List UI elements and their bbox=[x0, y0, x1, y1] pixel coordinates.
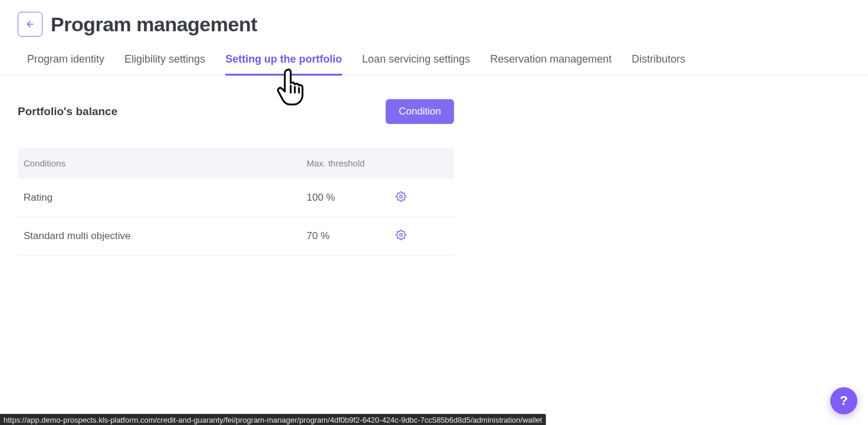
cell-threshold: 100 % bbox=[307, 192, 395, 204]
gear-icon[interactable] bbox=[395, 229, 407, 241]
cell-condition: Rating bbox=[24, 192, 307, 204]
svg-point-1 bbox=[400, 195, 403, 198]
help-button[interactable]: ? bbox=[830, 387, 857, 414]
table-row: Rating 100 % bbox=[18, 179, 454, 217]
table-row: Standard multi objective 70 % bbox=[18, 217, 454, 256]
tab-program-identity[interactable]: Program identity bbox=[27, 53, 104, 76]
table-header: Conditions Max. threshold bbox=[18, 148, 454, 179]
cell-condition: Standard multi objective bbox=[24, 230, 307, 242]
tab-bar: Program identity Eligibility settings Se… bbox=[0, 42, 868, 76]
status-bar-url: https://app.demo-prospects.kls-platform.… bbox=[0, 414, 546, 425]
conditions-table: Conditions Max. threshold Rating 100 % S… bbox=[18, 148, 454, 256]
back-button[interactable] bbox=[18, 12, 42, 37]
question-mark-icon: ? bbox=[840, 393, 847, 408]
condition-button[interactable]: Condition bbox=[386, 99, 454, 124]
arrow-left-icon bbox=[25, 19, 35, 29]
column-threshold: Max. threshold bbox=[307, 158, 395, 168]
column-conditions: Conditions bbox=[24, 158, 307, 168]
tab-loan-servicing-settings[interactable]: Loan servicing settings bbox=[362, 53, 470, 76]
tab-setting-up-portfolio[interactable]: Setting up the portfolio bbox=[225, 53, 342, 76]
section-title: Portfolio's balance bbox=[18, 105, 117, 118]
tab-eligibility-settings[interactable]: Eligibility settings bbox=[124, 53, 205, 76]
cell-threshold: 70 % bbox=[307, 230, 395, 242]
page-title: Program management bbox=[51, 13, 257, 36]
gear-icon[interactable] bbox=[395, 191, 407, 202]
tab-reservation-management[interactable]: Reservation management bbox=[490, 53, 611, 76]
tab-distributors[interactable]: Distributors bbox=[632, 53, 685, 76]
svg-point-2 bbox=[400, 234, 403, 237]
